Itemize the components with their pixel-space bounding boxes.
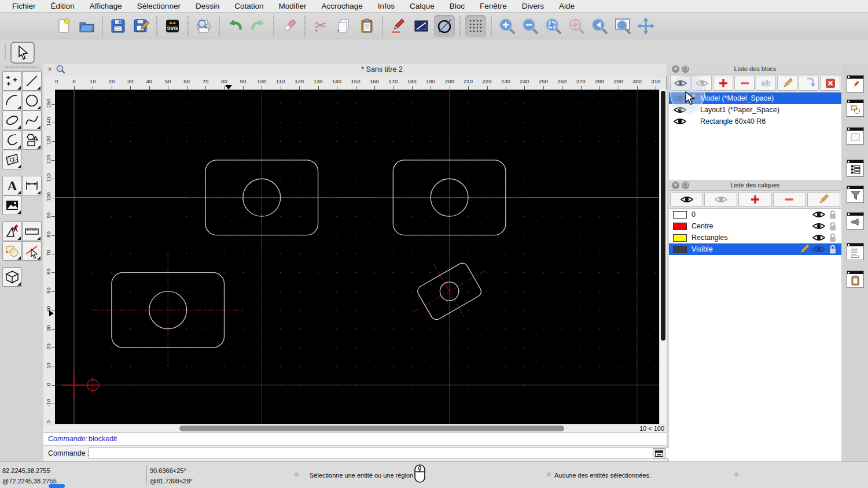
layer-visibility-icon[interactable] [812,245,825,254]
menu-fichier[interactable]: Fichier [5,2,43,10]
zoom-selection-button[interactable] [566,15,587,37]
zoom-out-button[interactable] [520,15,540,37]
menu-dessin[interactable]: Dessin [188,2,227,10]
tool-arcs[interactable] [2,91,22,110]
tool-circles[interactable] [22,91,42,110]
layer-list-item[interactable]: Centre [669,220,841,232]
undo-button[interactable] [225,15,245,37]
tool-points[interactable] [2,71,22,91]
horizontal-scrollbar[interactable]: 10 < 100 [43,424,667,432]
close-document-icon[interactable]: × [46,66,53,73]
insert-block-button[interactable] [799,76,819,91]
layer-list-item[interactable]: Rectangles [669,232,841,243]
open-file-button[interactable] [76,15,97,37]
zoom-pan-button[interactable] [635,15,656,37]
zoom-auto-button[interactable] [543,15,564,37]
copy-button[interactable]: + [333,15,354,37]
svg-text:SVG: SVG [167,25,178,31]
line-tool-button[interactable] [411,15,432,37]
menu-edition[interactable]: Édition [43,2,82,10]
menu-accrochage[interactable]: Accrochage [314,2,370,10]
blocks-panel-titlebar: ✕ ❐ Liste des blocs [669,64,841,75]
edit-block-button[interactable] [777,76,797,91]
print-preview-button[interactable] [193,15,214,37]
tool-3d[interactable] [2,267,22,287]
delete-button[interactable] [279,15,300,37]
zoom-previous-button[interactable] [589,15,610,37]
menu-modifier[interactable]: Modifier [271,2,314,10]
select-tool-button[interactable] [10,42,35,64]
dock-filter-button[interactable] [847,186,864,203]
drawing-canvas[interactable] [55,90,659,424]
hide-all-layers-button[interactable] [704,192,737,207]
vertical-scroll-thumb[interactable] [661,91,665,341]
dock-snap-list-button[interactable] [847,160,864,177]
ruler-label: 110 [273,78,288,84]
tool-image[interactable] [2,195,22,215]
tool-deselect[interactable] [22,241,42,261]
remove-layer-button[interactable] [773,192,806,207]
layer-visibility-icon[interactable] [812,221,825,231]
keyboard-toggle-button[interactable] [653,448,665,459]
menu-aide[interactable]: Aide [551,2,582,10]
menu-selectionner[interactable]: Sélectionner [130,2,188,10]
dock-library-button[interactable] [847,127,864,145]
save-as-button[interactable] [131,15,152,37]
eye-icon [681,195,693,204]
block-list-item[interactable]: Rectangle 60x40 R6 [669,116,841,127]
layer-visibility-icon[interactable] [812,233,825,242]
dock-clipboard-button[interactable] [847,271,864,288]
tool-shapes[interactable] [22,130,42,150]
tool-text[interactable]: A [2,176,22,195]
vertical-scrollbar[interactable] [659,90,667,424]
tool-lines[interactable] [22,71,42,91]
dock-block-list-button[interactable] [847,99,864,117]
pen-button[interactable] [388,15,409,37]
tool-dimensions[interactable] [22,176,42,195]
edit-layer-button[interactable] [807,192,840,207]
grid-toggle-button[interactable] [465,15,486,37]
menu-calque[interactable]: Calque [402,2,442,10]
new-file-button[interactable] [53,15,74,37]
tool-polylines[interactable] [2,130,22,150]
redo-button[interactable] [248,15,269,37]
add-layer-button[interactable] [738,192,771,207]
zoom-in-button[interactable] [496,15,517,37]
zoom-window-button[interactable] [612,15,633,37]
tool-ellipses[interactable] [2,110,22,130]
layer-lock-icon[interactable] [829,221,837,231]
layer-list-item[interactable]: Visible [669,243,841,255]
circle-tool-button[interactable] [434,15,455,37]
tool-hatch[interactable] [2,150,22,169]
layer-visibility-icon[interactable] [812,210,825,219]
menu-fenetre[interactable]: Fenêtre [472,2,514,10]
show-all-layers-button[interactable] [670,192,703,207]
layer-lock-icon[interactable] [829,232,837,243]
tool-draft[interactable] [2,221,22,241]
paste-button[interactable] [356,15,377,37]
rename-block-button[interactable]: a|b [756,76,776,91]
menu-cotation[interactable]: Cotation [227,2,271,10]
tool-measure[interactable] [22,221,42,241]
remove-block-button[interactable] [734,76,755,91]
layer-lock-icon[interactable] [829,209,837,220]
horizontal-scroll-thumb[interactable] [179,426,564,431]
dock-command-button[interactable] [847,243,864,260]
layer-list-item[interactable]: 0 [669,209,841,220]
menu-bloc[interactable]: Bloc [442,2,472,10]
layer-lock-icon[interactable] [829,244,837,254]
dock-tool-button[interactable] [847,212,864,230]
svg-export-button[interactable]: SVG [162,15,183,37]
tool-blocks[interactable] [2,241,22,261]
add-block-button[interactable] [713,76,733,91]
menu-infos[interactable]: Infos [370,2,402,10]
tool-splines[interactable] [22,110,42,130]
cut-button[interactable]: ✂+ [310,15,331,37]
menu-divers[interactable]: Divers [514,2,551,10]
menu-affichage[interactable]: Affichage [82,2,130,10]
dock-layer-list-button[interactable] [847,75,864,93]
block-visibility-icon[interactable] [674,117,683,126]
command-input[interactable] [89,448,696,459]
close-block-edit-button[interactable] [820,76,840,91]
save-button[interactable] [108,15,128,37]
